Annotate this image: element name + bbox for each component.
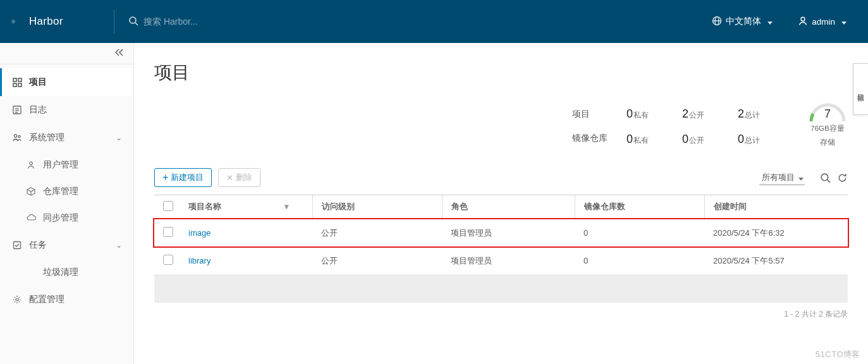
checklist-icon <box>11 241 23 250</box>
cell-created: 2020/5/24 下午6:32 <box>704 219 848 247</box>
storage-capacity: 76GB容量 <box>807 124 848 133</box>
sidebar-item-sync[interactable]: 同步管理 <box>25 205 133 231</box>
chevron-down-icon <box>765 17 773 27</box>
summary-repos-public: 0公开 <box>682 133 738 146</box>
svg-point-8 <box>801 17 805 21</box>
col-access[interactable]: 访问级别 <box>312 195 442 219</box>
project-link[interactable]: image <box>188 228 211 238</box>
svg-point-17 <box>14 135 16 137</box>
row-checkbox[interactable] <box>163 255 173 265</box>
svg-point-18 <box>18 135 20 137</box>
main-content: 项目 项目 镜像仓库 0私有 2公开 2总计 0私有 0公开 0总计 7 76G… <box>134 43 868 364</box>
cell-role: 项目管理员 <box>442 219 575 247</box>
delete-label: 删除 <box>236 173 252 183</box>
chevron-down-icon: ⌄ <box>116 133 122 142</box>
chevron-down-icon <box>795 173 804 183</box>
col-role[interactable]: 角色 <box>442 195 575 219</box>
x-icon: ✕ <box>226 173 233 183</box>
toolbar: +新建项目 ✕删除 所有项目 <box>154 168 848 187</box>
sidebar-item-config[interactable]: 配置管理 <box>0 286 133 313</box>
col-project-name[interactable]: 项目名称 <box>188 202 221 211</box>
summary-row-projects: 项目 <box>572 109 608 120</box>
sidebar-item-label: 日志 <box>29 104 47 116</box>
sidebar-item-label: 同步管理 <box>43 212 78 224</box>
table-row[interactable]: library公开项目管理员02020/5/24 下午5:57 <box>154 247 848 275</box>
table-row[interactable]: image公开项目管理员02020/5/24 下午6:32 <box>154 219 848 247</box>
sidebar-item-label: 仓库管理 <box>43 186 78 197</box>
projects-icon <box>11 78 23 87</box>
summary-repos-total: 0总计 <box>738 133 793 146</box>
new-project-button[interactable]: +新建项目 <box>154 168 212 187</box>
sidebar-collapse[interactable] <box>0 43 133 64</box>
sidebar-item-label: 任务 <box>29 240 47 251</box>
gear-icon <box>11 295 23 304</box>
col-repo-count[interactable]: 镜像仓库数 <box>575 195 704 219</box>
svg-point-19 <box>30 162 33 165</box>
cell-repo-count: 0 <box>575 247 704 275</box>
user-icon <box>794 16 812 28</box>
refresh-icon[interactable] <box>837 173 848 183</box>
svg-point-21 <box>16 298 18 301</box>
sidebar-item-label: 配置管理 <box>29 294 64 305</box>
pager-text: 1 - 2 共计 2 条记录 <box>154 303 848 320</box>
row-checkbox[interactable] <box>163 227 173 237</box>
cloud-sync-icon <box>25 214 37 222</box>
table-footer-bar <box>154 275 848 303</box>
summary-row-repos: 镜像仓库 <box>572 133 608 144</box>
sidebar-item-users[interactable]: 用户管理 <box>25 152 133 178</box>
chevron-double-left-icon <box>114 49 123 58</box>
svg-line-23 <box>828 179 830 182</box>
page-title: 项目 <box>154 61 848 85</box>
brand: Harbor <box>0 11 114 32</box>
user-menu[interactable]: admin <box>794 16 850 28</box>
project-link[interactable]: library <box>188 256 211 265</box>
side-tab[interactable]: 招口牛算 <box>853 63 868 115</box>
cell-role: 项目管理员 <box>442 247 575 275</box>
search-icon <box>128 16 144 28</box>
svg-line-4 <box>135 23 138 25</box>
sidebar-item-label: 系统管理 <box>29 132 64 143</box>
cell-repo-count: 0 <box>575 219 704 247</box>
sidebar-item-gc[interactable]: 垃圾清理 <box>25 259 133 286</box>
summary-projects-public: 2公开 <box>682 107 738 121</box>
sidebar-item-sysadmin[interactable]: 系统管理 ⌄ <box>0 124 133 152</box>
svg-point-3 <box>130 17 136 23</box>
language-switch[interactable]: 中文简体 <box>708 16 776 28</box>
list-icon <box>11 106 23 114</box>
sidebar-item-logs[interactable]: 日志 <box>0 96 133 124</box>
cell-access: 公开 <box>312 247 442 275</box>
svg-point-22 <box>821 174 828 181</box>
globe-icon <box>708 16 726 28</box>
svg-rect-9 <box>13 78 16 82</box>
sidebar-item-projects[interactable]: 项目 <box>0 68 133 96</box>
plus-icon: + <box>162 174 168 181</box>
language-label: 中文简体 <box>726 16 761 27</box>
search-input[interactable] <box>144 16 333 27</box>
new-project-label: 新建项目 <box>171 173 204 183</box>
storage-value: 7 <box>807 107 848 121</box>
col-created[interactable]: 创建时间 <box>704 195 848 219</box>
svg-rect-12 <box>18 83 21 87</box>
search-icon[interactable] <box>820 173 831 183</box>
search-wrap <box>114 9 379 33</box>
select-all-checkbox[interactable] <box>163 201 173 211</box>
cell-created: 2020/5/24 下午5:57 <box>704 247 848 275</box>
sidebar-item-repos[interactable]: 仓库管理 <box>25 178 133 205</box>
filter-icon[interactable]: ▾ <box>284 202 289 211</box>
watermark: 51CTO博客 <box>816 349 860 360</box>
delete-button: ✕删除 <box>218 168 260 187</box>
sidebar-item-label: 用户管理 <box>43 159 78 171</box>
projects-table: 项目名称▾ 访问级别 角色 镜像仓库数 创建时间 image公开项目管理员020… <box>154 195 848 303</box>
harbor-logo-icon <box>11 11 23 32</box>
users-icon <box>25 161 37 169</box>
summary-projects-total: 2总计 <box>738 107 793 121</box>
sidebar-item-tasks[interactable]: 任务 ⌄ <box>0 231 133 259</box>
summary-repos-private: 0私有 <box>627 133 682 146</box>
admin-icon <box>11 133 23 142</box>
project-filter-dropdown[interactable]: 所有项目 <box>759 170 805 185</box>
brand-name: Harbor <box>29 15 63 28</box>
sidebar-item-label: 垃圾清理 <box>43 267 78 278</box>
project-filter-label: 所有项目 <box>762 172 795 183</box>
chevron-down-icon <box>839 17 847 27</box>
storage-label: 存储 <box>807 137 848 148</box>
